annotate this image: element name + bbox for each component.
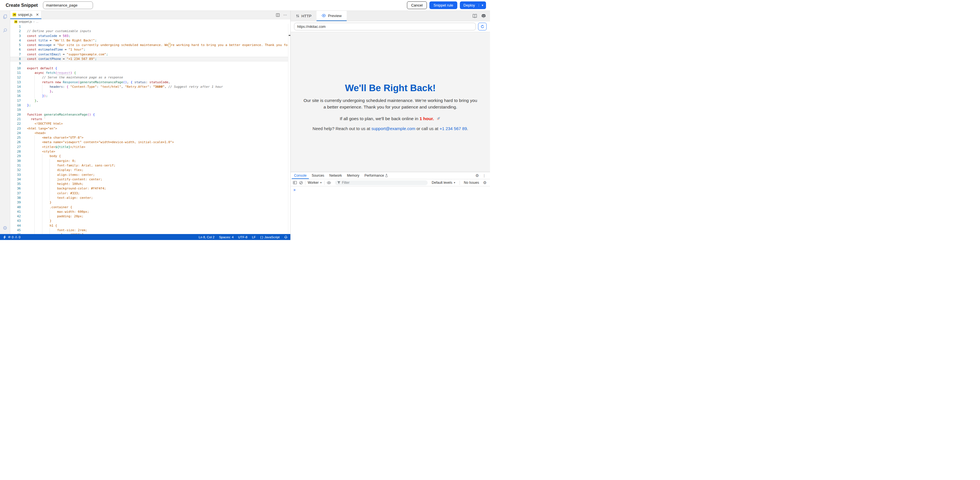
breadcrumb-more[interactable]: ... (36, 20, 38, 23)
discord-icon[interactable] (481, 14, 486, 18)
code-line[interactable]: 16}); (10, 94, 290, 98)
devtools-settings-icon[interactable]: ⚙ (475, 174, 479, 177)
tab-http[interactable]: HTTP (291, 11, 317, 21)
settings-gear-icon[interactable]: ⚙ (2, 225, 8, 231)
snippet-rule-button[interactable]: Snippet rule (430, 2, 457, 9)
code-line[interactable]: 15}, (10, 89, 290, 94)
code-line[interactable]: 37color: #333; (10, 191, 290, 196)
encoding-setting[interactable]: UTF-8 (238, 236, 247, 239)
code-line[interactable]: 22<!DOCTYPE html> (10, 122, 290, 126)
code-line[interactable]: 45font-size: 2rem; (10, 228, 290, 233)
log-levels-selector[interactable]: Default levels ▼ (432, 181, 456, 185)
console-output[interactable]: > (291, 186, 490, 240)
code-line[interactable]: 38text-align: center; (10, 196, 290, 200)
eol-setting[interactable]: LF (252, 236, 256, 239)
close-icon[interactable]: ✕ (36, 13, 39, 16)
code-line[interactable]: 1 (10, 24, 290, 29)
problems-indicator[interactable]: ⊘ 0 ⚠ 0 (8, 236, 21, 239)
line-number: 36 (10, 186, 21, 191)
cancel-button[interactable]: Cancel (407, 2, 427, 9)
split-editor-icon[interactable] (276, 13, 280, 17)
code-line[interactable]: 42padding: 20px; (10, 214, 290, 219)
maintenance-message: Our site is currently undergoing schedul… (302, 97, 479, 110)
support-email-link[interactable]: support@example.com (371, 126, 415, 131)
tab-memory[interactable]: Memory (345, 172, 361, 179)
remote-indicator-icon[interactable] (3, 236, 6, 239)
files-icon[interactable] (2, 14, 8, 20)
docs-book-icon[interactable] (473, 14, 477, 18)
devtools-menu-icon[interactable]: ⋮ (482, 174, 486, 178)
code-line[interactable]: 30margin: 0; (10, 159, 290, 163)
code-line[interactable]: 46color: #0056b3; (10, 233, 290, 234)
code-line[interactable]: 44h1 { (10, 223, 290, 228)
code-line[interactable]: 21return ` (10, 117, 290, 122)
code-line[interactable]: 7const contactEmail = "support@example.c… (10, 52, 290, 57)
console-sidebar-icon[interactable] (293, 181, 297, 184)
code-line[interactable]: 27<title>${title}</title> (10, 145, 290, 149)
tab-sources[interactable]: Sources (309, 172, 326, 179)
code-line[interactable]: 28<style> (10, 149, 290, 154)
deploy-dropdown-button[interactable]: ▼ (479, 4, 486, 7)
code-editor[interactable]: 12// Define your customizable inputs3con… (10, 24, 290, 234)
code-line[interactable]: 41max-width: 600px; (10, 210, 290, 214)
code-line[interactable]: 8const contactPhone = "+1 234 567 89"; (10, 57, 290, 61)
preview-url-input[interactable] (294, 23, 476, 30)
tab-console[interactable]: Console (292, 172, 309, 179)
code-line[interactable]: 11async fetch(request) { (10, 71, 290, 75)
code-line[interactable]: 12// Serve the maintenance page as a res… (10, 75, 290, 80)
snippet-name-input[interactable] (43, 2, 93, 9)
deploy-button[interactable]: Deploy (460, 3, 479, 7)
code-line[interactable]: 32display: flex; (10, 168, 290, 173)
tab-performance[interactable]: Performance (362, 172, 390, 179)
code-line[interactable]: 14headers: { "Content-Type": "text/html"… (10, 85, 290, 89)
code-line[interactable]: 25<meta charset="UTF-8"> (10, 135, 290, 140)
live-expression-eye-icon[interactable] (327, 181, 331, 184)
search-icon[interactable] (2, 27, 8, 33)
code-line[interactable]: 40.container { (10, 205, 290, 210)
console-settings-icon[interactable]: ⚙ (483, 181, 487, 185)
code-line[interactable]: 18}; (10, 103, 290, 108)
code-line[interactable]: 23<html lang="en"> (10, 127, 290, 131)
tab-preview[interactable]: Preview (317, 11, 347, 21)
refresh-button[interactable] (478, 23, 487, 30)
code-line[interactable]: 5const message = "Our site is currently … (10, 43, 290, 48)
overview-ruler[interactable] (288, 24, 290, 234)
code-line[interactable]: 29body { (10, 154, 290, 158)
clear-console-icon[interactable] (299, 181, 303, 185)
code-line[interactable]: 36background-color: #f4f4f4; (10, 186, 290, 191)
code-line[interactable]: 43} (10, 219, 290, 223)
code-line[interactable]: 31font-family: Arial, sans-serif; (10, 163, 290, 168)
context-selector[interactable]: Worker ▼ (308, 181, 322, 185)
code-line[interactable]: 39} (10, 200, 290, 205)
cursor-position[interactable]: Ln 8, Col 2 (199, 236, 215, 239)
code-line[interactable]: 19 (10, 108, 290, 112)
code-line[interactable]: 9 (10, 61, 290, 66)
breadcrumb-file[interactable]: snippet.js (19, 20, 32, 23)
code-line[interactable]: 26<meta name="viewport" content="width=d… (10, 140, 290, 144)
phone-link[interactable]: +1 234 567 89 (439, 126, 467, 131)
code-line[interactable]: 33align-items: center; (10, 173, 290, 177)
language-mode[interactable]: { } JavaScript (260, 236, 280, 239)
indentation-setting[interactable]: Spaces: 4 (219, 236, 234, 239)
more-actions-icon[interactable]: ⋯ (283, 13, 287, 17)
line-number: 39 (10, 200, 21, 205)
code-line[interactable]: 6const estimatedTime = "1 hour"; (10, 48, 290, 52)
code-line[interactable]: 34justify-content: center; (10, 177, 290, 182)
editor-column: JS snippet.js ✕ ⋯ (10, 11, 290, 234)
code-line[interactable]: 24<head> (10, 131, 290, 135)
notifications-bell-icon[interactable] (284, 236, 288, 239)
issues-counter[interactable]: No Issues (464, 181, 479, 185)
code-line[interactable]: 2// Define your customizable inputs (10, 29, 290, 33)
code-line[interactable]: 20function generateMaintenancePage() { (10, 112, 290, 117)
breadcrumb[interactable]: JS snippet.js › ... (10, 19, 290, 24)
code-line[interactable]: 10export default { (10, 66, 290, 71)
tab-network[interactable]: Network (327, 172, 344, 179)
code-line[interactable]: 3const statusCode = 503; (10, 34, 290, 38)
code-line[interactable]: 35height: 100vh; (10, 182, 290, 186)
code-line[interactable]: 4const title = "We'll Be Right Back!"; (10, 38, 290, 43)
console-filter-input[interactable]: Filter (335, 181, 428, 185)
eta-value: 1 hour. (420, 116, 434, 121)
code-line[interactable]: 17}, (10, 98, 290, 103)
tab-snippet-js[interactable]: JS snippet.js ✕ (10, 11, 41, 19)
code-line[interactable]: 13return new Response(generateMaintenanc… (10, 80, 290, 85)
